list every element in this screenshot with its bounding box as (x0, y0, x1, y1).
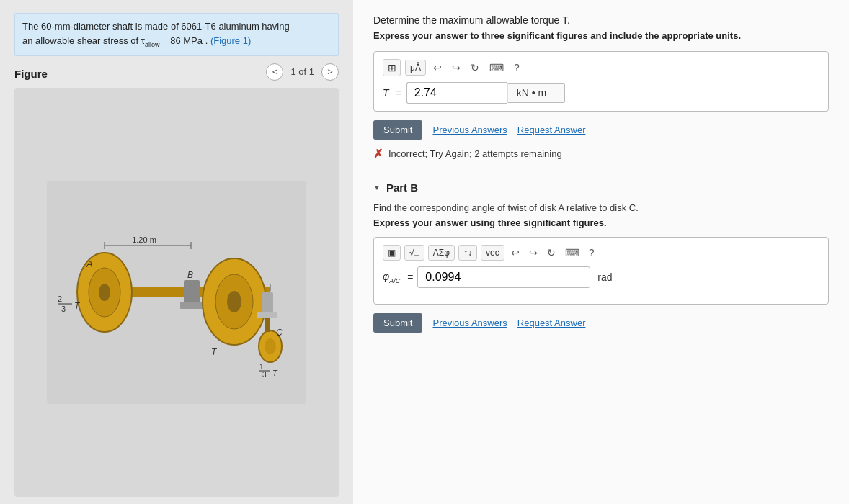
refresh-icon-b[interactable]: ↻ (544, 246, 559, 260)
part-a-answer-box: ⊞ μÅ ↩ ↪ ↻ ⌨ ? T = kN • m (373, 51, 829, 112)
next-figure-button[interactable]: > (321, 63, 339, 81)
question-title: Determine the maximum allowable torque T… (373, 14, 829, 26)
svg-text:1.20 m: 1.20 m (132, 235, 156, 244)
part-b-express: Express your answer using three signific… (373, 217, 829, 228)
svg-text:3: 3 (61, 305, 66, 313)
problem-text-line1: The 60-mm-diameter shaft is made of 6061… (22, 21, 290, 32)
figure-nav-text: 1 of 1 (290, 66, 314, 77)
left-panel: The 60-mm-diameter shaft is made of 6061… (0, 0, 353, 504)
prev-figure-button[interactable]: < (266, 63, 283, 81)
input-row-a: T = kN • m (383, 82, 819, 104)
phi-label: φA/C (383, 271, 400, 284)
right-panel: Determine the maximum allowable torque T… (353, 0, 849, 504)
problem-text-line2: an allowable shear stress of τallow = 86… (22, 35, 251, 46)
shaft-diagram: 1.20 m 1.20 m A 2 3 T B (47, 181, 306, 404)
answer-input-b[interactable] (417, 266, 590, 288)
collapse-icon: ▼ (373, 184, 381, 192)
mu-button[interactable]: μÅ (405, 60, 426, 76)
submit-button-b[interactable]: Submit (373, 313, 422, 333)
input-equals-a: = (396, 87, 402, 99)
svg-point-23 (227, 291, 241, 312)
phi-subscript: A/C (389, 276, 400, 284)
part-b-header[interactable]: ▼ Part B (373, 181, 829, 194)
figure-label: Figure (14, 68, 48, 80)
help-icon-b[interactable]: ? (586, 246, 597, 260)
input-row-b: φA/C = rad (383, 266, 819, 288)
request-answer-button-b[interactable]: Request Answer (517, 318, 586, 328)
unit-label-b: rad (597, 271, 612, 283)
redo-icon[interactable]: ↪ (449, 60, 463, 75)
toolbar-a: ⊞ μÅ ↩ ↪ ↻ ⌨ ? (383, 59, 819, 76)
figure-area: 1.20 m 1.20 m A 2 3 T B (14, 88, 339, 497)
previous-answers-button-a[interactable]: Previous Answers (432, 125, 507, 135)
grid-button[interactable]: ⊞ (383, 59, 401, 76)
redo-icon-b[interactable]: ↪ (526, 246, 541, 260)
svg-text:B: B (187, 270, 193, 280)
sort-button[interactable]: ↑↓ (458, 245, 477, 261)
svg-rect-18 (184, 280, 200, 305)
mu-label: μÅ (410, 63, 421, 73)
error-icon: ✗ (373, 147, 383, 161)
actions-row-b: Submit Previous Answers Request Answer (373, 313, 829, 333)
input-equals-b: = (407, 271, 413, 283)
vec-button[interactable]: vec (481, 245, 504, 261)
svg-text:C: C (276, 328, 283, 338)
svg-rect-19 (180, 302, 203, 309)
error-message: ✗ Incorrect; Try Again; 2 attempts remai… (373, 147, 829, 161)
figure-link[interactable]: (Figure 1) (210, 35, 251, 46)
keyboard-icon[interactable]: ⌨ (486, 60, 507, 75)
previous-answers-button-b[interactable]: Previous Answers (432, 318, 507, 328)
svg-text:2: 2 (58, 294, 62, 303)
undo-icon-b[interactable]: ↩ (508, 246, 523, 260)
help-icon[interactable]: ? (511, 60, 523, 75)
fraction-button[interactable]: ▣ (383, 245, 401, 261)
question-subtitle: Express your answer to three significant… (373, 30, 829, 41)
part-b-answer-box: ▣ √□ ΑΣφ ↑↓ vec ↩ ↪ ↻ ⌨ ? φA/C = rad (373, 237, 829, 305)
svg-text:1: 1 (259, 363, 264, 371)
svg-rect-32 (262, 292, 273, 314)
keyboard-icon-b[interactable]: ⌨ (562, 246, 582, 260)
submit-button-a[interactable]: Submit (373, 120, 422, 140)
part-b-title: Part B (386, 181, 418, 194)
svg-text:A: A (86, 258, 93, 269)
problem-description: The 60-mm-diameter shaft is made of 6061… (14, 13, 339, 56)
figure-navigator: < 1 of 1 > (266, 63, 339, 81)
answer-input-a[interactable] (406, 82, 507, 104)
svg-point-25 (265, 338, 276, 354)
unit-label-a: kN • m (507, 83, 565, 103)
input-label-t: T (383, 87, 389, 99)
sigma-button[interactable]: ΑΣφ (428, 245, 455, 261)
divider (373, 171, 829, 171)
refresh-icon[interactable]: ↻ (468, 60, 482, 75)
request-answer-button-a[interactable]: Request Answer (517, 125, 586, 135)
actions-row-a: Submit Previous Answers Request Answer (373, 120, 829, 140)
toolbar-b: ▣ √□ ΑΣφ ↑↓ vec ↩ ↪ ↻ ⌨ ? (383, 245, 819, 261)
svg-point-12 (99, 284, 110, 301)
svg-text:3: 3 (262, 371, 267, 379)
part-b-question: Find the corresponding angle of twist of… (373, 202, 829, 213)
error-text: Incorrect; Try Again; 2 attempts remaini… (388, 148, 562, 159)
undo-icon[interactable]: ↩ (430, 60, 445, 75)
svg-rect-33 (257, 312, 277, 318)
sqrt-button[interactable]: √□ (404, 245, 424, 261)
